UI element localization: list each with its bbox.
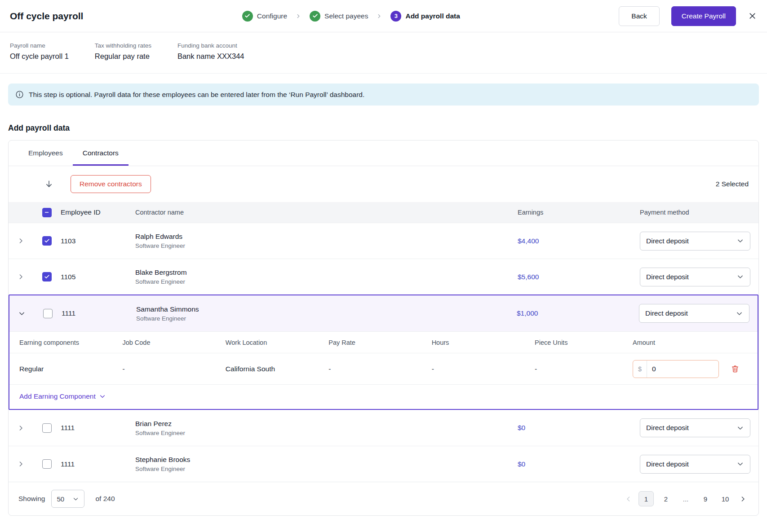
pay-rate-value: - (328, 365, 431, 373)
earnings-value[interactable]: $5,600 (518, 273, 539, 281)
top-bar: Off cycle payroll Configure Select payee… (0, 0, 767, 32)
add-earning-row: Add Earning Component (9, 384, 758, 409)
payment-method-select[interactable]: Direct deposit (640, 268, 750, 286)
chevron-down-icon (736, 460, 744, 468)
hours-value: - (432, 365, 535, 373)
table-toolbar: Remove contractors 2 Selected (9, 166, 758, 202)
add-earning-component-button[interactable]: Add Earning Component (19, 392, 106, 400)
payment-method-value: Direct deposit (646, 237, 689, 245)
chevron-right-icon (376, 13, 382, 19)
add-earning-component-label: Add Earning Component (19, 392, 96, 400)
contractor-role: Software Engineer (135, 278, 518, 285)
earnings-value[interactable]: $4,400 (518, 237, 539, 245)
summary-payroll-name: Payroll name Off cycle payroll 1 (10, 42, 69, 61)
step-configure: Configure (242, 11, 287, 22)
table-row: 1111 Brian Perez Software Engineer $0 Di… (9, 410, 758, 446)
chevron-down-icon (736, 310, 743, 317)
step-label: Select payees (324, 12, 368, 20)
expand-chevron-icon[interactable] (17, 424, 25, 432)
expand-chevron-icon[interactable] (17, 273, 25, 281)
next-page-icon[interactable] (737, 493, 749, 505)
earnings-value[interactable]: $1,000 (517, 309, 538, 317)
column-contractor-name: Contractor name (135, 209, 518, 216)
close-icon[interactable] (748, 11, 757, 21)
row-checkbox[interactable] (42, 459, 52, 469)
check-circle-icon (242, 11, 253, 22)
column-payment-method: Payment method (640, 209, 758, 216)
expand-chevron-icon[interactable] (17, 460, 25, 468)
banner-text: This step is optional. Payroll data for … (29, 91, 364, 99)
payroll-data-card: Employees Contractors Remove contractors… (8, 140, 759, 516)
arrow-down-icon[interactable] (44, 179, 53, 189)
field-label: Funding bank account (177, 42, 244, 49)
row-checkbox[interactable] (42, 272, 52, 281)
summary-tax-withholding: Tax withholding rates Regular pay rate (95, 42, 151, 61)
field-label: Tax withholding rates (95, 42, 151, 49)
contractor-role: Software Engineer (135, 466, 518, 472)
amount-value[interactable]: 0 (647, 361, 718, 378)
page-size-select[interactable]: 50 (51, 490, 84, 508)
chevron-down-icon (736, 237, 744, 245)
row-checkbox[interactable] (43, 309, 53, 318)
contractor-role: Software Engineer (135, 242, 518, 249)
employee-id: 1111 (61, 460, 135, 468)
page-button-1[interactable]: 1 (638, 491, 654, 506)
expanded-row-block: 1111 Samantha Simmons Software Engineer … (9, 295, 758, 410)
page-button-10[interactable]: 10 (718, 491, 733, 506)
chevron-down-icon (99, 393, 106, 400)
row-checkbox[interactable] (42, 423, 52, 433)
section-title: Add payroll data (8, 123, 759, 133)
prev-page-icon[interactable] (623, 493, 634, 505)
earning-components-header: Earning components Job Code Work Locatio… (9, 331, 758, 353)
create-payroll-button[interactable]: Create Payroll (671, 6, 736, 26)
info-icon (15, 90, 24, 99)
page-button-9[interactable]: 9 (698, 491, 713, 506)
payment-method-select[interactable]: Direct deposit (640, 455, 750, 474)
payment-method-value: Direct deposit (646, 273, 689, 281)
payment-method-select[interactable]: Direct deposit (640, 418, 750, 437)
table-row: 1105 Blake Bergstrom Software Engineer $… (9, 259, 758, 295)
page-button-2[interactable]: 2 (658, 491, 674, 506)
chevron-down-icon (72, 496, 79, 502)
stepper: Configure Select payees 3 Add payroll da… (83, 11, 619, 22)
trash-icon[interactable] (723, 364, 748, 374)
column-employee-id: Employee ID (61, 208, 135, 216)
contractor-role: Software Engineer (135, 430, 518, 436)
earnings-value[interactable]: $0 (518, 460, 525, 468)
summary-funding-account: Funding bank account Bank name XXX344 (177, 42, 244, 61)
work-location-value: California South (226, 365, 328, 373)
currency-prefix: $ (633, 361, 647, 378)
column-piece-units: Piece Units (535, 339, 633, 346)
off-cycle-payroll-page: Off cycle payroll Configure Select payee… (0, 0, 767, 532)
expand-chevron-icon[interactable] (17, 237, 25, 245)
table-footer: Showing 50 of 240 1 2 ... 9 10 (9, 482, 758, 515)
info-banner: This step is optional. Payroll data for … (8, 84, 759, 106)
earning-component-name: Regular (19, 365, 122, 373)
table-row: 1111 Stephanie Brooks Software Engineer … (9, 446, 758, 482)
chevron-right-icon (295, 13, 301, 19)
field-value: Bank name XXX344 (177, 52, 244, 61)
tab-employees[interactable]: Employees (18, 141, 73, 166)
page-size-value: 50 (57, 495, 64, 503)
top-bar-actions: Back Create Payroll (619, 6, 757, 26)
back-button[interactable]: Back (619, 6, 659, 26)
selected-count: 2 Selected (716, 180, 749, 188)
step-select-payees: Select payees (310, 11, 368, 22)
showing-label: Showing (18, 495, 45, 503)
row-checkbox[interactable] (42, 236, 52, 246)
contractor-role: Software Engineer (136, 315, 517, 322)
tab-contractors[interactable]: Contractors (73, 141, 129, 166)
payment-method-select[interactable]: Direct deposit (639, 304, 749, 323)
collapse-chevron-icon[interactable] (18, 310, 26, 317)
total-count-label: of 240 (95, 495, 115, 503)
table-row: 1103 Ralph Edwards Software Engineer $4,… (9, 223, 758, 259)
payment-method-value: Direct deposit (645, 309, 688, 317)
employee-id: 1111 (62, 309, 136, 317)
table-header: Employee ID Contractor name Earnings Pay… (9, 202, 758, 223)
payment-method-select[interactable]: Direct deposit (640, 232, 750, 251)
earnings-value[interactable]: $0 (518, 424, 525, 431)
select-all-checkbox[interactable] (42, 208, 52, 217)
step-label: Configure (257, 12, 287, 20)
remove-contractors-button[interactable]: Remove contractors (71, 175, 151, 193)
amount-input[interactable]: $ 0 (633, 360, 719, 378)
